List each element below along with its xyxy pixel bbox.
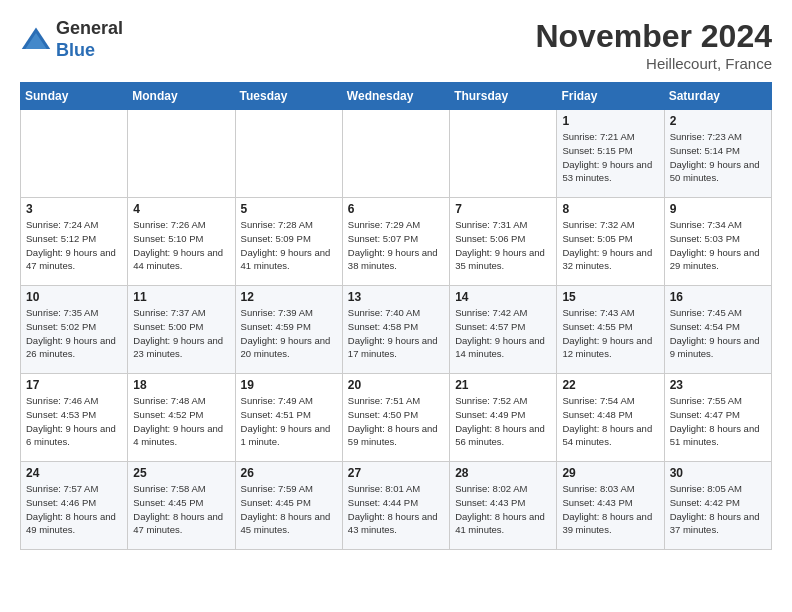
col-header-wednesday: Wednesday bbox=[342, 83, 449, 110]
day-cell bbox=[128, 110, 235, 198]
day-cell: 24Sunrise: 7:57 AM Sunset: 4:46 PM Dayli… bbox=[21, 462, 128, 550]
day-detail: Sunrise: 7:23 AM Sunset: 5:14 PM Dayligh… bbox=[670, 130, 766, 185]
day-detail: Sunrise: 7:28 AM Sunset: 5:09 PM Dayligh… bbox=[241, 218, 337, 273]
day-cell: 4Sunrise: 7:26 AM Sunset: 5:10 PM Daylig… bbox=[128, 198, 235, 286]
col-header-tuesday: Tuesday bbox=[235, 83, 342, 110]
day-cell: 21Sunrise: 7:52 AM Sunset: 4:49 PM Dayli… bbox=[450, 374, 557, 462]
day-detail: Sunrise: 7:31 AM Sunset: 5:06 PM Dayligh… bbox=[455, 218, 551, 273]
day-detail: Sunrise: 7:49 AM Sunset: 4:51 PM Dayligh… bbox=[241, 394, 337, 449]
day-cell: 17Sunrise: 7:46 AM Sunset: 4:53 PM Dayli… bbox=[21, 374, 128, 462]
day-number: 20 bbox=[348, 378, 444, 392]
title-block: November 2024 Heillecourt, France bbox=[535, 18, 772, 72]
day-cell: 25Sunrise: 7:58 AM Sunset: 4:45 PM Dayli… bbox=[128, 462, 235, 550]
col-header-friday: Friday bbox=[557, 83, 664, 110]
day-cell: 7Sunrise: 7:31 AM Sunset: 5:06 PM Daylig… bbox=[450, 198, 557, 286]
day-number: 28 bbox=[455, 466, 551, 480]
day-number: 16 bbox=[670, 290, 766, 304]
day-detail: Sunrise: 7:37 AM Sunset: 5:00 PM Dayligh… bbox=[133, 306, 229, 361]
day-number: 19 bbox=[241, 378, 337, 392]
col-header-monday: Monday bbox=[128, 83, 235, 110]
day-detail: Sunrise: 7:48 AM Sunset: 4:52 PM Dayligh… bbox=[133, 394, 229, 449]
day-number: 2 bbox=[670, 114, 766, 128]
day-number: 22 bbox=[562, 378, 658, 392]
week-row-1: 1Sunrise: 7:21 AM Sunset: 5:15 PM Daylig… bbox=[21, 110, 772, 198]
header: General Blue November 2024 Heillecourt, … bbox=[20, 18, 772, 72]
logo-text: General Blue bbox=[56, 18, 123, 61]
day-cell: 12Sunrise: 7:39 AM Sunset: 4:59 PM Dayli… bbox=[235, 286, 342, 374]
day-detail: Sunrise: 8:01 AM Sunset: 4:44 PM Dayligh… bbox=[348, 482, 444, 537]
day-detail: Sunrise: 7:51 AM Sunset: 4:50 PM Dayligh… bbox=[348, 394, 444, 449]
day-cell: 2Sunrise: 7:23 AM Sunset: 5:14 PM Daylig… bbox=[664, 110, 771, 198]
day-detail: Sunrise: 7:59 AM Sunset: 4:45 PM Dayligh… bbox=[241, 482, 337, 537]
day-number: 29 bbox=[562, 466, 658, 480]
day-detail: Sunrise: 7:43 AM Sunset: 4:55 PM Dayligh… bbox=[562, 306, 658, 361]
day-cell: 15Sunrise: 7:43 AM Sunset: 4:55 PM Dayli… bbox=[557, 286, 664, 374]
day-number: 5 bbox=[241, 202, 337, 216]
col-header-saturday: Saturday bbox=[664, 83, 771, 110]
day-detail: Sunrise: 7:24 AM Sunset: 5:12 PM Dayligh… bbox=[26, 218, 122, 273]
day-number: 24 bbox=[26, 466, 122, 480]
day-cell: 3Sunrise: 7:24 AM Sunset: 5:12 PM Daylig… bbox=[21, 198, 128, 286]
day-cell: 26Sunrise: 7:59 AM Sunset: 4:45 PM Dayli… bbox=[235, 462, 342, 550]
day-cell: 13Sunrise: 7:40 AM Sunset: 4:58 PM Dayli… bbox=[342, 286, 449, 374]
day-detail: Sunrise: 7:54 AM Sunset: 4:48 PM Dayligh… bbox=[562, 394, 658, 449]
day-detail: Sunrise: 7:26 AM Sunset: 5:10 PM Dayligh… bbox=[133, 218, 229, 273]
day-number: 6 bbox=[348, 202, 444, 216]
week-row-5: 24Sunrise: 7:57 AM Sunset: 4:46 PM Dayli… bbox=[21, 462, 772, 550]
day-detail: Sunrise: 7:58 AM Sunset: 4:45 PM Dayligh… bbox=[133, 482, 229, 537]
col-header-sunday: Sunday bbox=[21, 83, 128, 110]
day-cell: 14Sunrise: 7:42 AM Sunset: 4:57 PM Dayli… bbox=[450, 286, 557, 374]
day-number: 15 bbox=[562, 290, 658, 304]
week-row-2: 3Sunrise: 7:24 AM Sunset: 5:12 PM Daylig… bbox=[21, 198, 772, 286]
day-cell bbox=[235, 110, 342, 198]
day-detail: Sunrise: 7:57 AM Sunset: 4:46 PM Dayligh… bbox=[26, 482, 122, 537]
day-detail: Sunrise: 7:52 AM Sunset: 4:49 PM Dayligh… bbox=[455, 394, 551, 449]
day-number: 1 bbox=[562, 114, 658, 128]
day-detail: Sunrise: 8:03 AM Sunset: 4:43 PM Dayligh… bbox=[562, 482, 658, 537]
day-number: 12 bbox=[241, 290, 337, 304]
day-number: 10 bbox=[26, 290, 122, 304]
day-number: 3 bbox=[26, 202, 122, 216]
day-number: 13 bbox=[348, 290, 444, 304]
day-detail: Sunrise: 7:35 AM Sunset: 5:02 PM Dayligh… bbox=[26, 306, 122, 361]
day-number: 11 bbox=[133, 290, 229, 304]
week-row-4: 17Sunrise: 7:46 AM Sunset: 4:53 PM Dayli… bbox=[21, 374, 772, 462]
logo-blue: Blue bbox=[56, 40, 95, 60]
header-row: SundayMondayTuesdayWednesdayThursdayFrid… bbox=[21, 83, 772, 110]
day-number: 14 bbox=[455, 290, 551, 304]
day-number: 4 bbox=[133, 202, 229, 216]
day-number: 21 bbox=[455, 378, 551, 392]
day-detail: Sunrise: 7:29 AM Sunset: 5:07 PM Dayligh… bbox=[348, 218, 444, 273]
day-number: 18 bbox=[133, 378, 229, 392]
calendar-table: SundayMondayTuesdayWednesdayThursdayFrid… bbox=[20, 82, 772, 550]
logo-general: General bbox=[56, 18, 123, 38]
day-number: 7 bbox=[455, 202, 551, 216]
day-number: 25 bbox=[133, 466, 229, 480]
calendar-page: General Blue November 2024 Heillecourt, … bbox=[0, 0, 792, 560]
day-detail: Sunrise: 7:39 AM Sunset: 4:59 PM Dayligh… bbox=[241, 306, 337, 361]
col-header-thursday: Thursday bbox=[450, 83, 557, 110]
day-cell: 19Sunrise: 7:49 AM Sunset: 4:51 PM Dayli… bbox=[235, 374, 342, 462]
day-cell: 6Sunrise: 7:29 AM Sunset: 5:07 PM Daylig… bbox=[342, 198, 449, 286]
day-cell bbox=[21, 110, 128, 198]
day-cell: 27Sunrise: 8:01 AM Sunset: 4:44 PM Dayli… bbox=[342, 462, 449, 550]
day-cell: 28Sunrise: 8:02 AM Sunset: 4:43 PM Dayli… bbox=[450, 462, 557, 550]
day-number: 9 bbox=[670, 202, 766, 216]
day-cell: 29Sunrise: 8:03 AM Sunset: 4:43 PM Dayli… bbox=[557, 462, 664, 550]
day-detail: Sunrise: 7:21 AM Sunset: 5:15 PM Dayligh… bbox=[562, 130, 658, 185]
day-cell: 18Sunrise: 7:48 AM Sunset: 4:52 PM Dayli… bbox=[128, 374, 235, 462]
logo-icon bbox=[20, 24, 52, 56]
day-number: 8 bbox=[562, 202, 658, 216]
day-detail: Sunrise: 7:34 AM Sunset: 5:03 PM Dayligh… bbox=[670, 218, 766, 273]
day-number: 26 bbox=[241, 466, 337, 480]
day-detail: Sunrise: 7:46 AM Sunset: 4:53 PM Dayligh… bbox=[26, 394, 122, 449]
day-detail: Sunrise: 7:55 AM Sunset: 4:47 PM Dayligh… bbox=[670, 394, 766, 449]
day-number: 27 bbox=[348, 466, 444, 480]
day-detail: Sunrise: 8:02 AM Sunset: 4:43 PM Dayligh… bbox=[455, 482, 551, 537]
day-detail: Sunrise: 7:40 AM Sunset: 4:58 PM Dayligh… bbox=[348, 306, 444, 361]
day-number: 30 bbox=[670, 466, 766, 480]
week-row-3: 10Sunrise: 7:35 AM Sunset: 5:02 PM Dayli… bbox=[21, 286, 772, 374]
day-cell: 30Sunrise: 8:05 AM Sunset: 4:42 PM Dayli… bbox=[664, 462, 771, 550]
day-cell: 8Sunrise: 7:32 AM Sunset: 5:05 PM Daylig… bbox=[557, 198, 664, 286]
day-cell: 5Sunrise: 7:28 AM Sunset: 5:09 PM Daylig… bbox=[235, 198, 342, 286]
